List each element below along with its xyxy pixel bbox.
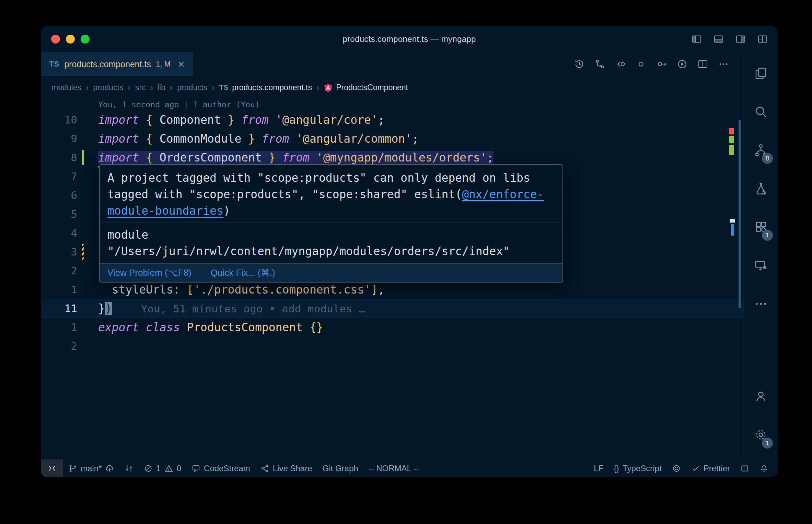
- gutter: 11: [41, 299, 98, 318]
- feedback-item[interactable]: [667, 460, 686, 477]
- hover-actions: View Problem (⌥F8) Quick Fix... (⌘.): [100, 263, 562, 282]
- customize-layout-icon[interactable]: [757, 34, 768, 45]
- sidebar-item-remote-explorer[interactable]: [744, 246, 778, 285]
- settings-badge: 1: [762, 438, 773, 449]
- minimize-window-button[interactable]: [66, 35, 75, 44]
- prev-change-icon[interactable]: [636, 59, 647, 70]
- code-line[interactable]: 10import { Component } from '@angular/co…: [41, 110, 743, 129]
- zoom-window-button[interactable]: [81, 35, 90, 44]
- breadcrumb-item-modules[interactable]: modules: [51, 83, 81, 92]
- more-views-ellipsis-icon: [754, 297, 768, 311]
- line-number: 1: [71, 280, 77, 299]
- status-misc-icon: [740, 464, 749, 473]
- view-problem-link[interactable]: View Problem (⌥F8): [107, 267, 192, 278]
- sidebar-item-more-views[interactable]: [744, 285, 778, 323]
- gutter: 3: [41, 242, 98, 261]
- code-line[interactable]: 9import { CommonModule } from '@angular/…: [41, 129, 743, 148]
- sidebar-item-explorer[interactable]: [744, 54, 778, 93]
- breadcrumb-item-products[interactable]: products: [93, 83, 123, 92]
- sidebar-item-testing[interactable]: [744, 169, 778, 208]
- misc-status-item[interactable]: [735, 460, 754, 477]
- tab-products-component[interactable]: TS products.component.ts 1, M ×: [41, 52, 193, 76]
- code-line[interactable]: 1export class ProductsComponent {}: [41, 318, 743, 337]
- account-person-icon: [754, 389, 768, 404]
- timeline-history-icon[interactable]: [574, 59, 585, 70]
- branch-label: main*: [81, 464, 102, 473]
- line-number: 10: [65, 110, 77, 129]
- eol-item[interactable]: LF: [589, 460, 608, 477]
- breadcrumb-item-lib[interactable]: lib: [158, 83, 165, 92]
- eslint-rule-link[interactable]: module-boundaries: [107, 204, 223, 217]
- breadcrumb-item-symbol[interactable]: ProductsComponent: [324, 83, 408, 92]
- gutter: 2: [41, 261, 98, 280]
- code-line[interactable]: 2: [41, 337, 743, 356]
- hover-module-path: "/Users/juri/nrwl/content/myngapp/module…: [107, 243, 555, 260]
- breadcrumb-item-src[interactable]: src: [135, 83, 146, 92]
- toggle-panel-icon[interactable]: [713, 34, 724, 45]
- code-line[interactable]: 1 styleUrls: ['./products.component.css'…: [41, 280, 743, 299]
- gutter: 9: [41, 129, 98, 148]
- git-branch-item[interactable]: main*: [63, 460, 119, 477]
- run-file-icon[interactable]: [677, 59, 688, 70]
- line-number: 6: [71, 186, 77, 205]
- line-content: import { Component } from '@angular/core…: [98, 110, 743, 129]
- codestream-item[interactable]: CodeStream: [186, 460, 255, 477]
- layout-controls: [691, 26, 768, 52]
- check-icon: [691, 464, 700, 473]
- remote-indicator[interactable]: [41, 460, 63, 477]
- close-window-button[interactable]: [51, 35, 60, 44]
- line-number: 9: [71, 129, 77, 148]
- language-mode-item[interactable]: {} TypeScript: [608, 460, 666, 477]
- breadcrumb-file-label: products.component.ts: [232, 83, 312, 92]
- tab-close-icon[interactable]: ×: [178, 59, 185, 70]
- codestream-bubble-icon: [192, 464, 200, 473]
- typescript-file-icon: TS: [49, 60, 59, 69]
- code-line[interactable]: 11})You, 51 minutes ago • add modules …: [41, 299, 743, 318]
- quick-fix-link[interactable]: Quick Fix... (⌘.): [211, 267, 275, 278]
- remote-monitor-icon: [754, 258, 768, 273]
- compare-previous-icon[interactable]: [615, 59, 626, 70]
- breadcrumb-item-file[interactable]: TS products.component.ts: [219, 83, 312, 92]
- git-graph-item[interactable]: Git Graph: [317, 460, 363, 477]
- sidebar-item-source-control[interactable]: 8: [744, 131, 778, 169]
- accounts-button[interactable]: [744, 377, 778, 416]
- eslint-rule-link[interactable]: @nx/enforce-: [462, 188, 544, 201]
- code-editor[interactable]: You, 1 second ago | 1 author (You) 10imp…: [41, 99, 743, 459]
- gutter: 7: [41, 167, 98, 186]
- breadcrumb-item-products-2[interactable]: products: [177, 83, 207, 92]
- problems-item[interactable]: 1 0: [139, 460, 186, 477]
- vim-mode-item[interactable]: -- NORMAL --: [363, 460, 424, 477]
- gutter: 5: [41, 205, 98, 224]
- live-share-item[interactable]: Live Share: [255, 460, 317, 477]
- line-content: styleUrls: ['./products.component.css'],: [98, 280, 743, 299]
- split-editor-icon[interactable]: [697, 59, 708, 70]
- toggle-secondary-sidebar-icon[interactable]: [735, 34, 746, 45]
- sync-changes-item[interactable]: [119, 460, 139, 477]
- prettier-item[interactable]: Prettier: [686, 460, 735, 477]
- line-content: [98, 337, 743, 356]
- minimap-added-mark: [729, 136, 734, 143]
- test-beaker-icon: [754, 181, 768, 196]
- gutter: 1: [41, 280, 98, 299]
- hover-message: A project tagged with "scope:products" c…: [100, 165, 562, 223]
- sidebar-item-search[interactable]: [744, 93, 778, 131]
- codelens-authors[interactable]: You, 1 second ago | 1 author (You): [41, 99, 743, 110]
- open-changes-icon[interactable]: [594, 59, 605, 70]
- line-number: 7: [71, 167, 77, 186]
- settings-button[interactable]: 1: [744, 416, 778, 454]
- line-number: 2: [71, 337, 77, 356]
- bell-icon: [759, 464, 768, 473]
- next-change-icon[interactable]: [656, 59, 667, 70]
- notifications-item[interactable]: [754, 460, 774, 477]
- scrollbar-slider[interactable]: [739, 120, 741, 308]
- toggle-primary-sidebar-icon[interactable]: [691, 34, 702, 45]
- minimap[interactable]: [728, 99, 741, 459]
- live-share-icon: [260, 464, 269, 473]
- status-left: main* 1: [41, 460, 424, 477]
- line-content: })You, 51 minutes ago • add modules …: [98, 299, 743, 318]
- minimap-error-mark: [729, 128, 734, 134]
- sidebar-item-extensions[interactable]: 1: [744, 208, 778, 246]
- line-content: import { CommonModule } from '@angular/c…: [98, 129, 743, 148]
- angular-component-icon: [324, 83, 333, 92]
- editor-more-actions-icon[interactable]: [718, 59, 729, 70]
